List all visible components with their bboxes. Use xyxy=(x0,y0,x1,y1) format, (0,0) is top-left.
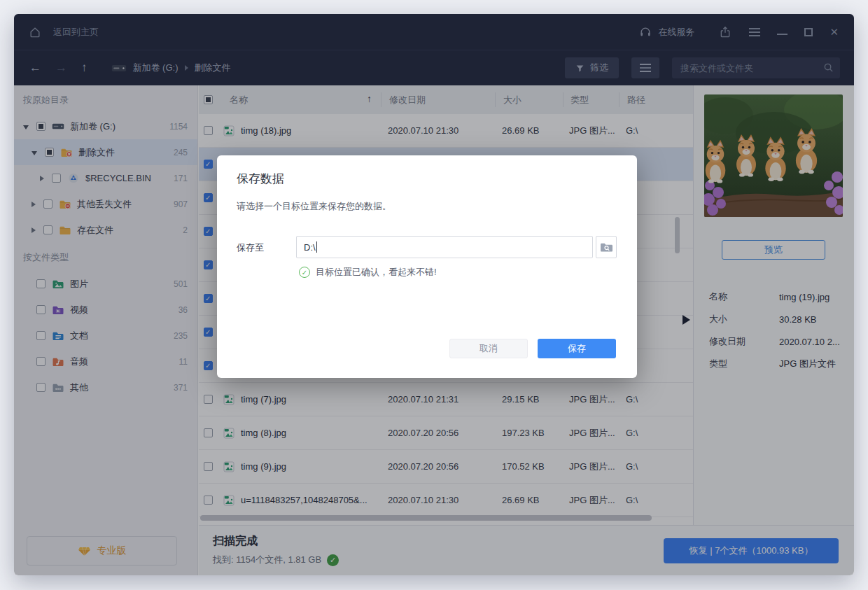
dialog-title: 保存数据 xyxy=(237,171,284,187)
app-window: 返回到主页 在线服务 ✕ ← → ↑ 新加卷 (G:) xyxy=(14,14,854,575)
text-cursor xyxy=(316,241,317,253)
save-button[interactable]: 保存 xyxy=(538,339,616,358)
check-circle-icon: ✓ xyxy=(299,267,310,278)
save-to-label: 保存至 xyxy=(237,241,264,254)
save-data-dialog: 保存数据 请选择一个目标位置来保存您的数据。 保存至 D:\ ✓ 目标位置已确认… xyxy=(217,155,637,378)
browse-button[interactable] xyxy=(596,236,617,258)
destination-status-message: 目标位置已确认，看起来不错! xyxy=(316,266,437,279)
save-path-input[interactable]: D:\ xyxy=(296,236,593,258)
dialog-description: 请选择一个目标位置来保存您的数据。 xyxy=(237,200,391,213)
save-path-value: D:\ xyxy=(304,242,316,253)
browse-folder-icon xyxy=(600,241,613,253)
cancel-button[interactable]: 取消 xyxy=(449,339,528,358)
